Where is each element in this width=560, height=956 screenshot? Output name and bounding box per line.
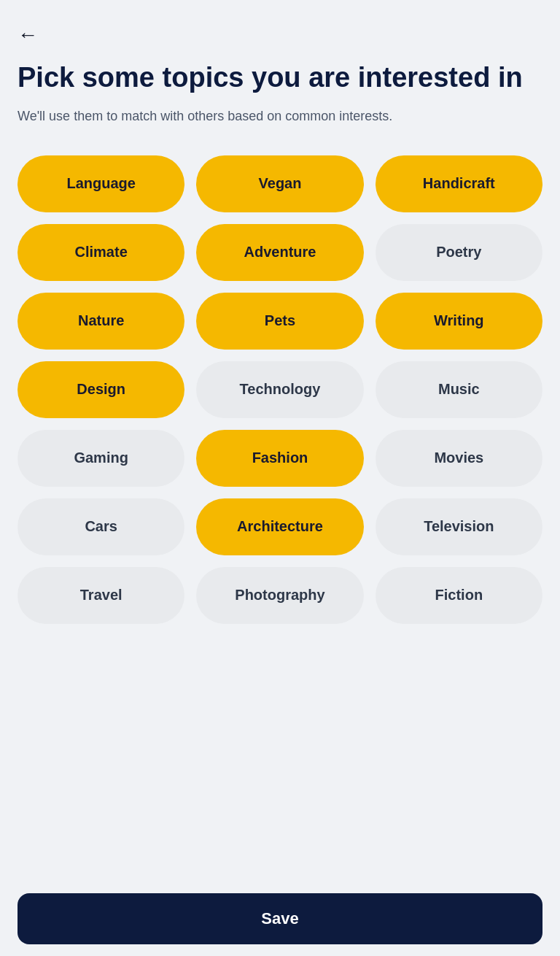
topic-chip-fiction[interactable]: Fiction	[376, 567, 542, 624]
topic-chip-movies[interactable]: Movies	[376, 430, 542, 487]
topic-chip-cars[interactable]: Cars	[18, 498, 184, 555]
topic-chip-pets[interactable]: Pets	[196, 293, 363, 350]
page-title: Pick some topics you are interested in	[18, 61, 542, 95]
page-container: ← Pick some topics you are interested in…	[0, 0, 560, 956]
topic-chip-television[interactable]: Television	[376, 498, 542, 555]
topic-chip-adventure[interactable]: Adventure	[196, 224, 363, 281]
topic-chip-fashion[interactable]: Fashion	[196, 430, 363, 487]
topic-chip-architecture[interactable]: Architecture	[196, 498, 363, 555]
topic-chip-travel[interactable]: Travel	[18, 567, 184, 624]
topic-chip-language[interactable]: Language	[18, 155, 184, 212]
topic-chip-handicraft[interactable]: Handicraft	[376, 155, 542, 212]
topic-chip-climate[interactable]: Climate	[18, 224, 184, 281]
topic-chip-vegan[interactable]: Vegan	[196, 155, 363, 212]
save-bar: Save	[0, 882, 560, 956]
topic-chip-photography[interactable]: Photography	[196, 567, 363, 624]
back-arrow-icon: ←	[18, 23, 38, 47]
topic-chip-poetry[interactable]: Poetry	[376, 224, 542, 281]
page-subtitle: We'll use them to match with others base…	[18, 107, 542, 126]
topic-chip-design[interactable]: Design	[18, 361, 184, 418]
topic-chip-writing[interactable]: Writing	[376, 293, 542, 350]
save-button[interactable]: Save	[18, 893, 542, 944]
topic-chip-technology[interactable]: Technology	[196, 361, 363, 418]
topics-grid: LanguageVeganHandicraftClimateAdventureP…	[18, 155, 542, 624]
topic-chip-gaming[interactable]: Gaming	[18, 430, 184, 487]
topic-chip-nature[interactable]: Nature	[18, 293, 184, 350]
back-button[interactable]: ←	[18, 0, 38, 61]
topic-chip-music[interactable]: Music	[376, 361, 542, 418]
